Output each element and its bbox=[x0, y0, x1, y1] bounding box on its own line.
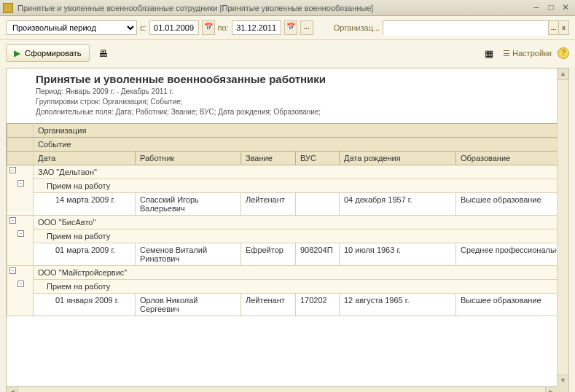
report-title: Принятые и уволенные военнообязанные раб… bbox=[36, 73, 564, 85]
collapse-icon[interactable]: - bbox=[9, 217, 16, 224]
cell-worker: Орлов Николай Сергеевич bbox=[136, 294, 241, 316]
org-label: Организац... bbox=[334, 23, 380, 32]
cell-worker: Спасский Игорь Валерьевич bbox=[136, 193, 241, 216]
horizontal-scrollbar[interactable]: ◀ ▶ bbox=[7, 386, 557, 392]
scroll-up-icon[interactable]: ▲ bbox=[558, 68, 568, 80]
scroll-left-icon[interactable]: ◀ bbox=[7, 387, 18, 392]
period-dots-button[interactable]: ... bbox=[300, 20, 313, 35]
table-row: 01 марта 2009 г. Семенов Виталий Ринатов… bbox=[7, 243, 568, 266]
cell-vus bbox=[296, 193, 340, 216]
to-label: по: bbox=[218, 23, 229, 32]
generate-button[interactable]: ▶ Сформировать bbox=[6, 44, 90, 62]
settings-link[interactable]: ☰ Настройки bbox=[503, 49, 552, 58]
org-field: ... x bbox=[383, 20, 569, 35]
col-edu: Образование bbox=[456, 152, 568, 165]
calendar-from-icon[interactable]: 📅 bbox=[202, 20, 215, 35]
scroll-right-icon[interactable]: ▶ bbox=[545, 387, 557, 392]
org-clear-button[interactable]: x bbox=[558, 21, 568, 34]
col-date: Дата bbox=[34, 152, 136, 165]
org-input[interactable] bbox=[383, 21, 548, 36]
event-row: Прием на работу bbox=[34, 280, 568, 294]
toolbar: ▶ Сформировать 🖶 ▦ ☰ Настройки ? bbox=[0, 40, 575, 66]
collapse-icon[interactable]: - bbox=[17, 180, 24, 187]
cell-date: 01 марта 2009 г. bbox=[34, 243, 136, 266]
scroll-corner bbox=[557, 386, 568, 392]
org-row: ООО "БисАвто" bbox=[34, 216, 568, 230]
col-org: Организация bbox=[34, 124, 568, 138]
report-table: Организация Событие Дата Работник Звание… bbox=[7, 123, 568, 316]
gutter-header bbox=[7, 124, 34, 138]
cell-rank: Ефрейтор bbox=[241, 243, 296, 266]
cell-edu: Высшее образование bbox=[456, 193, 568, 216]
report-meta-3: Дополнительные поля: Дата; Работник; Зва… bbox=[36, 107, 564, 117]
collapse-icon[interactable]: - bbox=[9, 267, 16, 274]
gutter-cell: - - bbox=[7, 266, 34, 316]
collapse-icon[interactable]: - bbox=[17, 281, 24, 287]
report-meta-2: Группировки строк: Организация; Событие; bbox=[36, 97, 564, 107]
date-from-input[interactable] bbox=[149, 20, 199, 35]
minimize-button[interactable]: – bbox=[530, 2, 543, 14]
from-label: с: bbox=[140, 23, 146, 32]
report-meta-1: Период: Январь 2009 г. - Декабрь 2011 г. bbox=[36, 87, 564, 97]
grid-icon[interactable]: ▦ bbox=[481, 45, 497, 61]
titlebar: Принятые и уволенные военнообязанные сот… bbox=[0, 0, 575, 16]
event-row: Прием на работу bbox=[34, 179, 568, 193]
cell-rank: Лейтенант bbox=[241, 294, 296, 316]
filter-bar: Произвольный период с: 📅 по: 📅 ... Орган… bbox=[0, 16, 575, 40]
event-row: Прием на работу bbox=[34, 230, 568, 243]
org-row: ООО "Майстройсервис" bbox=[34, 266, 568, 280]
org-row: ЗАО "Дельтаон" bbox=[34, 165, 568, 179]
date-to-input[interactable] bbox=[232, 20, 281, 35]
cell-edu: Высшее образование bbox=[456, 294, 568, 316]
col-vus: ВУС bbox=[296, 152, 340, 165]
generate-button-label: Сформировать bbox=[25, 49, 82, 58]
vertical-scrollbar[interactable]: ▲ ▼ bbox=[557, 68, 568, 386]
cell-bdate: 10 июля 1963 г. bbox=[340, 243, 456, 266]
play-icon: ▶ bbox=[14, 48, 20, 58]
help-icon[interactable]: ? bbox=[558, 47, 569, 59]
window-title: Принятые и уволенные военнообязанные сот… bbox=[17, 4, 528, 12]
collapse-icon[interactable]: - bbox=[17, 230, 24, 237]
settings-label: Настройки bbox=[512, 49, 552, 58]
table-row: 14 марта 2009 г. Спасский Игорь Валерьев… bbox=[7, 193, 568, 216]
period-type-select[interactable]: Произвольный период bbox=[6, 20, 137, 35]
col-rank: Звание bbox=[241, 152, 296, 165]
scroll-down-icon[interactable]: ▼ bbox=[558, 375, 568, 386]
cell-date: 14 марта 2009 г. bbox=[34, 193, 136, 216]
cell-bdate: 04 декабря 1957 г. bbox=[340, 193, 456, 216]
cell-rank: Лейтенант bbox=[241, 193, 296, 216]
gutter-cell: - - bbox=[7, 216, 34, 266]
cell-edu: Среднее профессиональн bbox=[456, 243, 568, 266]
maximize-button[interactable]: □ bbox=[544, 2, 558, 14]
col-bdate: Дата рождения bbox=[340, 152, 456, 165]
report-header: Принятые и уволенные военнообязанные раб… bbox=[7, 68, 568, 123]
gutter-cell: - - bbox=[7, 165, 34, 216]
cell-vus: 170202 bbox=[296, 294, 340, 316]
cell-bdate: 12 августа 1965 г. bbox=[340, 294, 456, 316]
col-event: Событие bbox=[34, 138, 568, 152]
report-area: Принятые и уволенные военнообязанные раб… bbox=[6, 68, 569, 392]
settings-icon: ☰ bbox=[503, 49, 510, 58]
close-button[interactable]: ✕ bbox=[559, 2, 572, 14]
cell-worker: Семенов Виталий Ринатович bbox=[136, 243, 241, 266]
table-row: 01 января 2009 г. Орлов Николай Сергееви… bbox=[7, 294, 568, 316]
org-dots-button[interactable]: ... bbox=[548, 21, 558, 34]
calendar-to-icon[interactable]: 📅 bbox=[284, 20, 297, 35]
cell-date: 01 января 2009 г. bbox=[34, 294, 136, 316]
collapse-icon[interactable]: - bbox=[9, 167, 16, 173]
cell-vus: 908204П bbox=[296, 243, 340, 266]
col-worker: Работник bbox=[136, 152, 241, 165]
app-icon bbox=[3, 3, 13, 13]
print-icon[interactable]: 🖶 bbox=[95, 45, 112, 61]
